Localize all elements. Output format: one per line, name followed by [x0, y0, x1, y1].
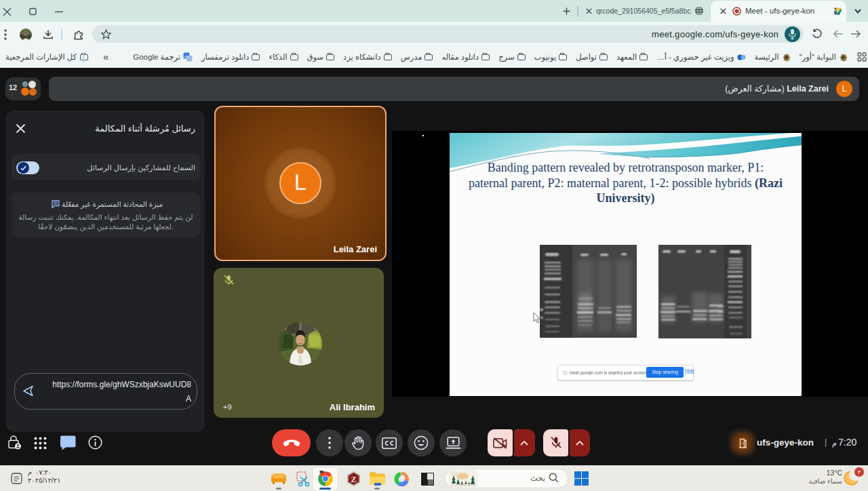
svg-text:Z: Z [351, 475, 356, 484]
svg-text:ت: ت [184, 54, 189, 58]
